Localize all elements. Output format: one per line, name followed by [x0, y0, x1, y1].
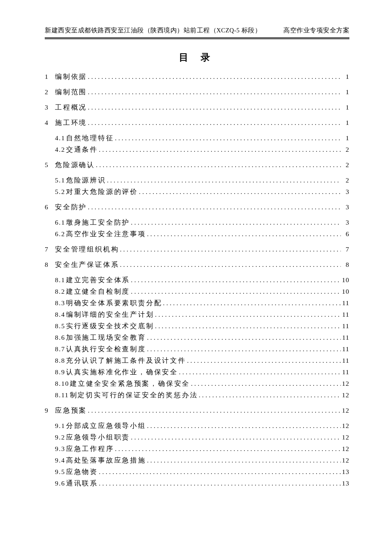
toc-entry-label: 分部成立应急领导小组 [66, 422, 146, 429]
toc-leader-dots: ........................................… [115, 446, 341, 452]
toc-entry: 8.10建立健全安全紧急预案，确保安全.....................… [45, 380, 349, 387]
toc-entry-label: 编制依据 [55, 73, 87, 80]
toc-entry-label: 墩身施工安全防护 [66, 219, 130, 226]
toc-entry: 9.3应急工作程序...............................… [45, 445, 349, 452]
toc-entry: 6安全防护...................................… [45, 204, 349, 211]
toc-entry-number: 3 [45, 104, 54, 111]
toc-entry-page: 12 [342, 422, 349, 429]
toc-entry-label: 危险源确认 [55, 162, 95, 168]
toc-entry: 8.11制定切实可行的保证安全的奖惩办法....................… [45, 392, 349, 399]
toc-entry-page: 13 [342, 480, 349, 487]
toc-leader-dots: ........................................… [99, 469, 341, 475]
toc-entry-number: 8.3 [55, 300, 65, 306]
toc-entry-number: 9.6 [55, 480, 65, 487]
document-page: 新建西安至成都铁路西安至江油段（陕西境内）站前工程（XCZQ-5 标段） 高空作… [0, 0, 392, 512]
toc-entry: 9.6通讯联系.................................… [45, 480, 349, 487]
toc-entry-label: 安全防护 [55, 204, 87, 211]
toc-entry-label: 对重大危险源的评价 [66, 188, 138, 195]
toc-entry-label: 实行逐级安全技术交底制 [66, 323, 154, 330]
toc-entry-number: 5.1 [55, 177, 65, 184]
toc-entry: 1编制依据...................................… [45, 73, 349, 80]
toc-entry-number: 8.11 [55, 392, 69, 399]
toc-entry-page: 10 [342, 277, 349, 283]
toc-entry-page: 12 [342, 434, 349, 441]
toc-leader-dots: ........................................… [139, 189, 341, 195]
toc-entry: 8.6加强施工现场安全教育...........................… [45, 334, 349, 341]
toc-entry: 9.1分部成立应急领导小组...........................… [45, 422, 349, 429]
toc-entry: 2编制范围...................................… [45, 89, 349, 95]
toc-entry-label: 安全管理组织机构 [55, 246, 119, 253]
toc-entry-label: 充分认识了解施工条件及设计文件 [66, 357, 186, 364]
toc-entry-page: 1 [342, 104, 349, 111]
toc-entry-label: 高处坠落事故应急措施 [66, 457, 146, 464]
toc-entry-page: 12 [342, 445, 349, 452]
toc-entry-number: 8.5 [55, 323, 65, 330]
toc-entry-number: 6.2 [55, 231, 65, 237]
toc-entry-label: 编制范围 [55, 89, 87, 95]
toc-leader-dots: ........................................… [147, 335, 341, 341]
toc-leader-dots: ........................................… [88, 120, 341, 126]
toc-entry-number: 9 [45, 407, 54, 414]
toc-entry: 6.1墩身施工安全防护.............................… [45, 219, 349, 226]
toc-entry-label: 应急预案 [55, 407, 87, 414]
toc-entry: 4.2交通条件.................................… [45, 146, 349, 153]
toc-leader-dots: ........................................… [120, 246, 341, 253]
toc-entry-page: 2 [342, 146, 349, 153]
toc-entry: 6.2高空作业安全注意事项...........................… [45, 231, 349, 237]
toc-entry-page: 11 [342, 334, 349, 341]
toc-leader-dots: ........................................… [131, 277, 341, 283]
toc-entry-page: 12 [342, 407, 349, 414]
toc-leader-dots: ........................................… [99, 480, 341, 487]
toc-entry-label: 制定切实可行的保证安全的奖惩办法 [70, 392, 198, 399]
toc-entry-page: 12 [342, 392, 349, 399]
toc-entry-label: 工程概况 [55, 104, 87, 111]
toc-leader-dots: ........................................… [187, 358, 341, 364]
toc-entry-page: 3 [342, 204, 349, 211]
toc-entry: 8.9认真实施标准化作业，确保安全.......................… [45, 369, 349, 376]
toc-entry-label: 高空作业安全注意事项 [66, 231, 146, 237]
toc-entry-number: 8.6 [55, 334, 65, 341]
toc-entry-page: 11 [342, 311, 349, 318]
toc-leader-dots: ........................................… [99, 147, 341, 153]
toc-entry-number: 8 [45, 261, 54, 268]
toc-entry-page: 11 [342, 346, 349, 353]
toc-entry-page: 11 [342, 369, 349, 376]
toc-entry-number: 9.5 [55, 468, 65, 475]
toc-entry: 7安全管理组织机构...............................… [45, 246, 349, 253]
toc-entry-page: 1 [342, 89, 349, 95]
toc-entry-number: 9.2 [55, 434, 65, 441]
toc-entry-page: 8 [342, 261, 349, 268]
toc-entry-number: 8.7 [55, 346, 65, 353]
toc-entry-page: 3 [342, 188, 349, 195]
toc-leader-dots: ........................................… [120, 262, 341, 268]
toc-entry-page: 1 [342, 135, 349, 142]
toc-entry-number: 4 [45, 119, 54, 126]
toc-entry: 8.4编制详细的安全生产计划..........................… [45, 311, 349, 318]
table-of-contents: 1编制依据...................................… [45, 73, 349, 487]
toc-entry-label: 加强施工现场安全教育 [66, 334, 146, 341]
toc-entry: 5.2对重大危险源的评价............................… [45, 188, 349, 195]
toc-leader-dots: ........................................… [199, 392, 341, 399]
toc-leader-dots: ........................................… [115, 135, 341, 142]
toc-entry-page: 1 [342, 73, 349, 80]
toc-leader-dots: ........................................… [88, 89, 341, 95]
toc-entry-number: 9.3 [55, 445, 65, 452]
toc-leader-dots: ........................................… [147, 231, 341, 237]
toc-entry: 9应急预案...................................… [45, 407, 349, 414]
toc-leader-dots: ........................................… [96, 162, 341, 168]
toc-entry-page: 6 [342, 231, 349, 237]
toc-entry-page: 11 [342, 357, 349, 364]
toc-entry-number: 8.4 [55, 311, 65, 318]
toc-entry-page: 12 [342, 457, 349, 464]
toc-entry-page: 7 [342, 246, 349, 253]
toc-entry: 4施工环境...................................… [45, 119, 349, 126]
toc-entry-number: 5.2 [55, 188, 65, 195]
toc-leader-dots: ........................................… [131, 220, 341, 226]
toc-entry-number: 8.9 [55, 369, 65, 376]
header-rule [45, 38, 349, 39]
toc-leader-dots: ........................................… [131, 289, 341, 295]
toc-leader-dots: ........................................… [107, 177, 341, 184]
toc-entry: 8.3明确安全体系要素职责分配.........................… [45, 300, 349, 306]
toc-entry: 9.5应急物资.................................… [45, 468, 349, 475]
toc-entry-label: 认真执行安全检查制度 [66, 346, 146, 353]
